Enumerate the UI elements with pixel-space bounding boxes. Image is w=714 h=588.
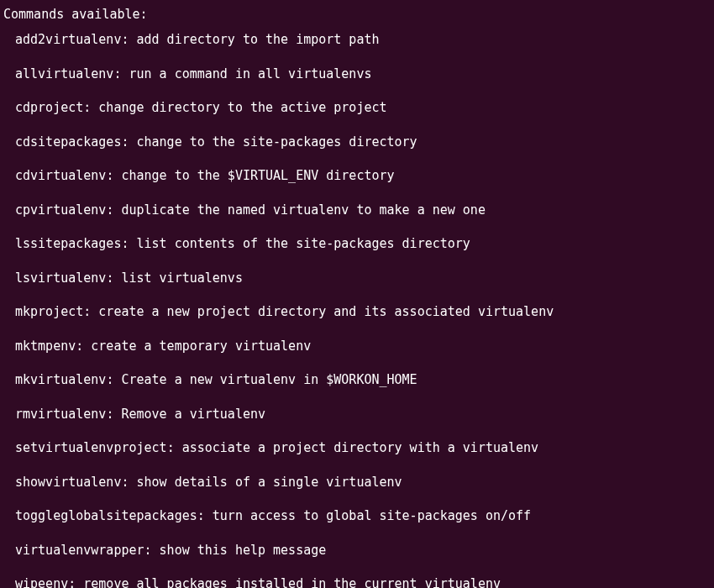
command-entry: mkproject: create a new project director… [15,304,711,321]
command-entry: showvirtualenv: show details of a single… [15,475,711,491]
command-entry: add2virtualenv: add directory to the imp… [15,32,711,49]
command-name: rmvirtualenv [15,407,106,422]
command-description: show this help message [160,543,327,558]
command-entry: wipeenv: remove all packages installed i… [15,576,711,588]
command-name: allvirtualenv [15,66,113,81]
command-name: mktmpenv [15,339,76,354]
command-entry: cdproject: change directory to the activ… [15,100,711,117]
command-name: setvirtualenvproject [15,440,167,455]
command-description: change directory to the active project [98,100,386,115]
command-entry: virtualenvwrapper: show this help messag… [15,543,711,559]
command-name: virtualenvwrapper [15,543,144,558]
command-name: cpvirtualenv [15,202,106,218]
command-description: duplicate the named virtualenv to make a… [121,202,485,218]
command-description: create a temporary virtualenv [91,339,311,354]
command-entry: allvirtualenv: run a command in all virt… [15,66,711,83]
command-description: remove all packages installed in the cur… [83,576,501,588]
command-entry: lssitepackages: list contents of the sit… [15,236,711,253]
command-entry: cdvirtualenv: change to the $VIRTUAL_ENV… [15,168,711,185]
command-entry: mktmpenv: create a temporary virtualenv [15,339,711,355]
command-entry: mkvirtualenv: Create a new virtualenv in… [15,372,711,389]
command-description: add directory to the import path [137,32,380,47]
command-entry: lsvirtualenv: list virtualenvs [15,270,711,287]
command-name: cdvirtualenv [15,168,106,183]
command-description: turn access to global site-packages on/o… [213,508,531,523]
command-entry: setvirtualenvproject: associate a projec… [15,440,711,457]
command-list: add2virtualenv: add directory to the imp… [3,32,711,588]
command-name: add2virtualenv [15,32,121,47]
command-name: cdsitepackages [15,134,121,150]
command-entry: rmvirtualenv: Remove a virtualenv [15,407,711,423]
command-description: Create a new virtualenv in $WORKON_HOME [121,372,417,387]
command-entry: cpvirtualenv: duplicate the named virtua… [15,202,711,219]
command-name: lssitepackages [15,236,121,251]
command-name: mkproject [15,304,83,319]
command-name: showvirtualenv [15,475,121,490]
command-description: change to the site-packages directory [137,134,417,150]
terminal-output: Commands available: add2virtualenv: add … [3,7,711,588]
command-description: show details of a single virtualenv [137,475,402,490]
command-name: lsvirtualenv [15,270,106,286]
command-description: Remove a virtualenv [121,407,265,422]
command-description: list contents of the site-packages direc… [137,236,470,251]
command-name: wipeenv [15,576,68,588]
command-description: change to the $VIRTUAL_ENV directory [121,168,394,183]
command-name: cdproject [15,100,83,115]
command-description: associate a project directory with a vir… [182,440,538,455]
command-description: list virtualenvs [121,270,243,286]
command-description: create a new project directory and its a… [98,304,554,319]
command-name: toggleglobalsitepackages [15,508,197,523]
command-description: run a command in all virtualenvs [129,66,371,81]
command-entry: toggleglobalsitepackages: turn access to… [15,508,711,525]
command-name: mkvirtualenv [15,372,106,387]
commands-header: Commands available: [3,7,711,22]
command-entry: cdsitepackages: change to the site-packa… [15,134,711,151]
